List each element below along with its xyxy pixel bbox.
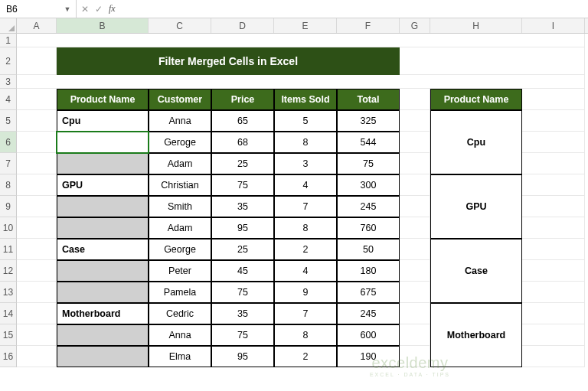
cell-I13[interactable] [522, 282, 585, 303]
cell-B9[interactable] [57, 196, 149, 217]
cell-B10[interactable] [57, 217, 149, 239]
cell-C6[interactable]: Geroge [149, 132, 211, 153]
col-H[interactable]: H [430, 18, 522, 33]
cell-F16[interactable]: 190 [337, 346, 400, 367]
cell-B15[interactable] [57, 324, 149, 346]
cell-A6[interactable] [17, 132, 57, 153]
cell-B8[interactable]: GPU [57, 174, 149, 196]
side-case[interactable]: Case [430, 239, 522, 303]
cell-C8[interactable]: Christian [149, 174, 211, 196]
cell-E7[interactable]: 3 [274, 153, 337, 174]
cell-G16[interactable] [400, 346, 430, 367]
cell-D13[interactable]: 75 [211, 282, 274, 303]
cell-A8[interactable] [17, 174, 57, 196]
cell-C13[interactable]: Pamela [149, 282, 211, 303]
name-box-dropdown-icon[interactable]: ▼ [62, 3, 73, 15]
col-F[interactable]: F [337, 18, 400, 33]
cell-D10[interactable]: 95 [211, 217, 274, 239]
cell-D16[interactable]: 95 [211, 346, 274, 367]
col-G[interactable]: G [400, 18, 430, 33]
header-price[interactable]: Price [211, 89, 274, 110]
row-7[interactable]: 7 [0, 153, 17, 174]
side-gpu[interactable]: GPU [430, 174, 522, 239]
col-I[interactable]: I [522, 18, 585, 33]
select-all-button[interactable] [0, 18, 17, 33]
cell-E14[interactable]: 7 [274, 303, 337, 324]
row-4[interactable]: 4 [0, 89, 17, 110]
cell-C12[interactable]: Peter [149, 260, 211, 282]
cell-E8[interactable]: 4 [274, 174, 337, 196]
blank[interactable] [400, 47, 585, 75]
cell-A15[interactable] [17, 324, 57, 346]
cell-I15[interactable] [522, 324, 585, 346]
cells-grid[interactable]: Filter Merged Cells in Excel Product Nam… [17, 34, 588, 367]
cell-A16[interactable] [17, 346, 57, 367]
row-11[interactable]: 11 [0, 239, 17, 260]
cell-A10[interactable] [17, 217, 57, 239]
cell-F14[interactable]: 245 [337, 303, 400, 324]
row-12[interactable]: 12 [0, 260, 17, 282]
cell-G6[interactable] [400, 132, 430, 153]
col-E[interactable]: E [274, 18, 337, 33]
cell-E9[interactable]: 7 [274, 196, 337, 217]
cell-B11[interactable]: Case [57, 239, 149, 260]
cell-F13[interactable]: 675 [337, 282, 400, 303]
cell-B5[interactable]: Cpu [57, 110, 149, 132]
cell-D5[interactable]: 65 [211, 110, 274, 132]
cell-G8[interactable] [400, 174, 430, 196]
cell-C11[interactable]: George [149, 239, 211, 260]
row-10[interactable]: 10 [0, 217, 17, 239]
cell-E10[interactable]: 8 [274, 217, 337, 239]
cell-E6[interactable]: 8 [274, 132, 337, 153]
cell-I10[interactable] [522, 217, 585, 239]
cell-I11[interactable] [522, 239, 585, 260]
cell-G9[interactable] [400, 196, 430, 217]
cell-F6[interactable]: 544 [337, 132, 400, 153]
cell-A9[interactable] [17, 196, 57, 217]
cell-C15[interactable]: Anna [149, 324, 211, 346]
cell-C10[interactable]: Adam [149, 217, 211, 239]
cell-E15[interactable]: 8 [274, 324, 337, 346]
row-13[interactable]: 13 [0, 282, 17, 303]
title-cell[interactable]: Filter Merged Cells in Excel [57, 47, 400, 75]
header-total[interactable]: Total [337, 89, 400, 110]
cell-I16[interactable] [522, 346, 585, 367]
row-6[interactable]: 6 [0, 132, 17, 153]
cell-F15[interactable]: 600 [337, 324, 400, 346]
row-16[interactable]: 16 [0, 346, 17, 367]
cell-F12[interactable]: 180 [337, 260, 400, 282]
cell-A7[interactable] [17, 153, 57, 174]
cell-E5[interactable]: 5 [274, 110, 337, 132]
cell-E13[interactable]: 9 [274, 282, 337, 303]
cell-C7[interactable]: Adam [149, 153, 211, 174]
row-3[interactable]: 3 [0, 75, 17, 89]
cell-A5[interactable] [17, 110, 57, 132]
cell-G5[interactable] [400, 110, 430, 132]
cell-D6[interactable]: 68 [211, 132, 274, 153]
cell-E12[interactable]: 4 [274, 260, 337, 282]
row-2[interactable]: 2 [0, 47, 17, 75]
confirm-icon[interactable]: ✓ [95, 4, 103, 15]
cell-I12[interactable] [522, 260, 585, 282]
cancel-icon[interactable]: ✕ [81, 4, 89, 15]
col-B[interactable]: B [57, 18, 149, 33]
cell-C16[interactable]: Elma [149, 346, 211, 367]
header-customer[interactable]: Customer [149, 89, 211, 110]
row-5[interactable]: 5 [0, 110, 17, 132]
cell-B7[interactable] [57, 153, 149, 174]
cell-B6-active[interactable] [57, 132, 149, 153]
cell-G14[interactable] [400, 303, 430, 324]
formula-input[interactable] [120, 0, 588, 18]
cell-A11[interactable] [17, 239, 57, 260]
cell-I8[interactable] [522, 174, 585, 196]
cell-I5[interactable] [522, 110, 585, 132]
cell-F7[interactable]: 75 [337, 153, 400, 174]
row-14[interactable]: 14 [0, 303, 17, 324]
cell-G12[interactable] [400, 260, 430, 282]
cell-G4[interactable] [400, 89, 430, 110]
cell-C14[interactable]: Cedric [149, 303, 211, 324]
cell-F9[interactable]: 245 [337, 196, 400, 217]
cell-I14[interactable] [522, 303, 585, 324]
cell-D8[interactable]: 75 [211, 174, 274, 196]
cell-D7[interactable]: 25 [211, 153, 274, 174]
